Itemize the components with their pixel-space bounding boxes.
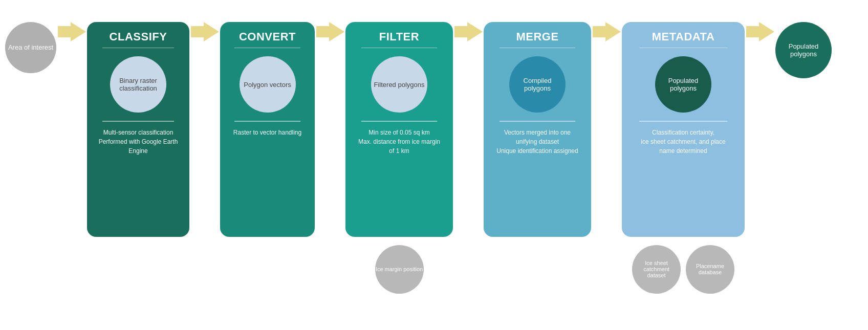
merge-card: MERGE Compiled polygons Vectors merged i…: [484, 22, 591, 237]
metadata-title: METADATA: [652, 30, 715, 43]
arrow-5: [591, 22, 622, 41]
merge-circle: Compiled polygons: [509, 56, 566, 113]
metadata-card: METADATA Populated polygons Classificati…: [622, 22, 745, 237]
classify-top-divider: [102, 48, 175, 49]
arrow-4: [453, 22, 484, 41]
convert-desc: Raster to vector handling: [229, 128, 306, 137]
metadata-top-divider: [639, 48, 728, 49]
filter-title: FILTER: [379, 30, 419, 43]
placename-label: Placename database: [689, 263, 731, 275]
output-circle: Populated polygons: [775, 22, 832, 78]
merge-bottom-divider: [500, 121, 576, 122]
metadata-desc: Classification certainty,ice sheet catch…: [637, 128, 729, 156]
filter-bottom-divider: [361, 121, 438, 122]
convert-bottom-divider: [234, 121, 300, 122]
classify-circle: Binary raster classification: [110, 56, 166, 113]
merge-desc: Vectors merged into oneunifying datasetU…: [492, 128, 582, 156]
convert-circle-label: Polygon vectors: [244, 81, 291, 89]
classify-circle-label: Binary raster classification: [110, 77, 166, 92]
classify-desc: Multi-sensor classificationPerformed wit…: [95, 128, 182, 156]
merge-top-divider: [500, 48, 576, 49]
ice-margin-label: Ice margin position: [376, 266, 423, 272]
merge-title: MERGE: [516, 30, 558, 43]
filter-top-divider: [361, 48, 438, 49]
classify-bottom-divider: [102, 121, 175, 122]
metadata-circle: Populated polygons: [655, 56, 711, 113]
classify-card-wrapper: CLASSIFY Binary raster classification Mu…: [87, 22, 189, 237]
ice-sheet-circle: Ice sheet catchment dataset: [632, 245, 681, 294]
arrow-2: [189, 22, 220, 41]
convert-card: CONVERT Polygon vectors Raster to vector…: [220, 22, 315, 237]
filter-circle-label: Filtered polygons: [374, 81, 425, 89]
convert-title: CONVERT: [239, 30, 296, 43]
merge-card-wrapper: MERGE Compiled polygons Vectors merged i…: [484, 22, 591, 237]
arrow-1: [56, 22, 87, 41]
classify-title: CLASSIFY: [110, 30, 167, 43]
convert-top-divider: [234, 48, 300, 49]
filter-circle: Filtered polygons: [371, 56, 427, 113]
convert-card-wrapper: CONVERT Polygon vectors Raster to vector…: [220, 22, 315, 237]
classify-card: CLASSIFY Binary raster classification Mu…: [87, 22, 189, 237]
metadata-circle-label: Populated polygons: [655, 77, 711, 92]
input-circle: Area of interest: [5, 22, 56, 73]
arrow-3: [315, 22, 345, 41]
input-label: Area of interest: [8, 43, 53, 51]
placename-circle: Placename database: [686, 245, 734, 294]
metadata-bottom-divider: [639, 121, 728, 122]
filter-desc: Min size of 0.05 sq kmMax. distance from…: [354, 128, 444, 156]
diagram-wrapper: Area of interest CLASSIFY Binary raster …: [0, 7, 868, 324]
ice-margin-circle: Ice margin position: [375, 245, 424, 294]
filter-card-wrapper: FILTER Filtered polygons Min size of 0.0…: [345, 22, 453, 294]
convert-circle: Polygon vectors: [240, 56, 296, 113]
arrow-6: [745, 22, 775, 41]
filter-card: FILTER Filtered polygons Min size of 0.0…: [345, 22, 453, 237]
merge-circle-label: Compiled polygons: [509, 77, 566, 92]
main-flow-row: Area of interest CLASSIFY Binary raster …: [5, 22, 863, 294]
metadata-card-wrapper: METADATA Populated polygons Classificati…: [622, 22, 745, 294]
ice-sheet-label: Ice sheet catchment dataset: [635, 260, 678, 278]
output-label: Populated polygons: [775, 42, 832, 58]
